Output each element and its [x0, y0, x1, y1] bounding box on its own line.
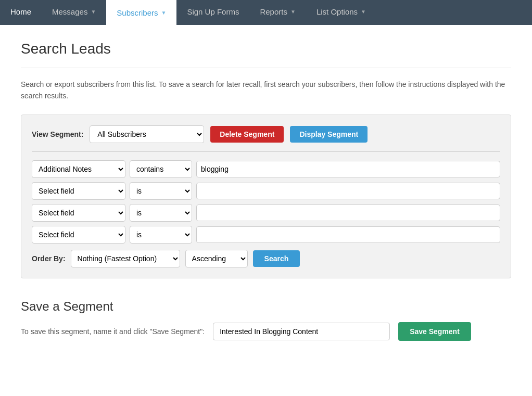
filter-field-3[interactable]: Select field [32, 204, 125, 222]
nav-label-list-options: List Options [316, 7, 358, 16]
save-segment-title: Save a Segment [21, 299, 511, 314]
filter-condition-4[interactable]: is contains is not [130, 226, 192, 244]
view-segment-select[interactable]: All Subscribers [90, 125, 204, 143]
order-by-row: Order By: Nothing (Fastest Option) Email… [32, 250, 500, 267]
nav-label-home: Home [10, 7, 31, 16]
filter-row-2: Select field is contains is not [32, 182, 500, 200]
nav-item-subscribers[interactable]: Subscribers ▼ [106, 0, 176, 25]
filter-row-4: Select field is contains is not [32, 226, 500, 244]
nav-item-signup-forms[interactable]: Sign Up Forms [176, 0, 249, 25]
chevron-down-icon: ▼ [361, 9, 366, 15]
save-segment-row: To save this segment, name it and click … [21, 322, 511, 341]
order-direction-select[interactable]: Ascending Descending [185, 250, 248, 267]
nav-label-messages: Messages [52, 7, 87, 16]
title-divider [21, 68, 511, 68]
chevron-down-icon: ▼ [161, 10, 167, 16]
save-segment-label: To save this segment, name it and click … [21, 327, 205, 336]
view-segment-label: View Segment: [32, 130, 83, 138]
nav-label-reports: Reports [260, 7, 287, 16]
page-title: Search Leads [21, 41, 511, 57]
order-by-select[interactable]: Nothing (Fastest Option) Email First Nam… [71, 250, 180, 267]
delete-segment-button[interactable]: Delete Segment [210, 126, 284, 143]
order-by-label: Order By: [32, 254, 66, 263]
filter-condition-1[interactable]: contains is is not [130, 160, 192, 178]
nav-item-reports[interactable]: Reports ▼ [249, 0, 306, 25]
filter-value-3[interactable] [196, 205, 500, 221]
filter-value-1[interactable] [196, 161, 500, 177]
chevron-down-icon: ▼ [91, 9, 96, 15]
page-description: Search or export subscribers from this l… [21, 79, 511, 102]
nav-item-home[interactable]: Home [0, 0, 42, 25]
panel-divider [32, 151, 500, 152]
search-button[interactable]: Search [253, 250, 300, 267]
nav-item-list-options[interactable]: List Options ▼ [306, 0, 376, 25]
filter-row-1: Additional Notes contains is is not [32, 160, 500, 178]
filter-field-2[interactable]: Select field [32, 182, 125, 200]
view-segment-row: View Segment: All Subscribers Delete Seg… [32, 125, 500, 143]
search-panel: View Segment: All Subscribers Delete Seg… [21, 114, 511, 278]
filter-field-1[interactable]: Additional Notes [32, 160, 125, 178]
display-segment-button[interactable]: Display Segment [290, 126, 368, 143]
filter-condition-3[interactable]: is contains is not [130, 204, 192, 222]
filter-value-2[interactable] [196, 183, 500, 199]
filter-condition-2[interactable]: is contains is not [130, 182, 192, 200]
main-content: Search Leads Search or export subscriber… [0, 25, 532, 356]
chevron-down-icon: ▼ [290, 9, 296, 15]
filter-field-4[interactable]: Select field [32, 226, 125, 244]
nav-label-subscribers: Subscribers [117, 8, 158, 17]
filter-value-4[interactable] [196, 226, 500, 243]
save-segment-button[interactable]: Save Segment [398, 322, 471, 341]
save-segment-input[interactable] [213, 323, 390, 340]
nav-item-messages[interactable]: Messages ▼ [42, 0, 106, 25]
nav-label-signup-forms: Sign Up Forms [187, 7, 239, 16]
filter-row-3: Select field is contains is not [32, 204, 500, 222]
main-nav: Home Messages ▼ Subscribers ▼ Sign Up Fo… [0, 0, 532, 25]
